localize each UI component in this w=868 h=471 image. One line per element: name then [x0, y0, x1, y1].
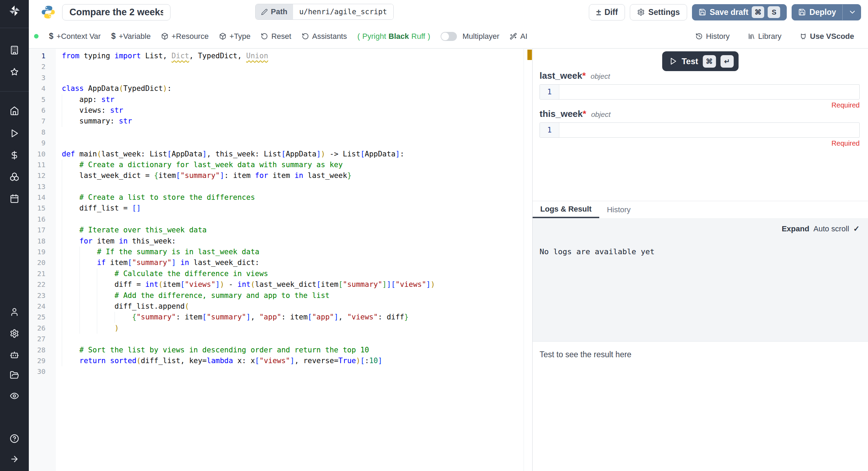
- deploy-button[interactable]: Deploy: [792, 4, 861, 20]
- line-number[interactable]: 30: [29, 366, 56, 377]
- schedules-calendar-icon[interactable]: [0, 194, 29, 203]
- path-value[interactable]: u/henri/agile_script: [293, 4, 393, 19]
- multiplayer-toggle[interactable]: [441, 32, 457, 41]
- line-number[interactable]: 22: [29, 279, 56, 290]
- expand-sidebar-arrow-icon[interactable]: [0, 454, 29, 464]
- line-number[interactable]: 10: [29, 149, 56, 160]
- line-number[interactable]: 1: [29, 51, 56, 61]
- code-line[interactable]: [62, 127, 524, 138]
- code-line[interactable]: summary: str: [62, 116, 524, 127]
- code-line[interactable]: [62, 214, 524, 225]
- line-number[interactable]: 19: [29, 247, 56, 257]
- line-number[interactable]: 26: [29, 323, 56, 334]
- line-number[interactable]: 21: [29, 268, 56, 279]
- settings-button[interactable]: Settings: [630, 4, 687, 20]
- add-type-button[interactable]: +Type: [219, 32, 251, 41]
- code-line[interactable]: diff_list = []: [62, 203, 524, 214]
- code-pane[interactable]: from typing import List, Dict, TypedDict…: [56, 49, 524, 471]
- code-line[interactable]: last_week_dict = {item["summary"]: item …: [62, 170, 524, 181]
- home-icon[interactable]: [0, 106, 29, 115]
- folders-icon[interactable]: [0, 370, 29, 380]
- line-number[interactable]: 24: [29, 301, 56, 312]
- use-vscode-button[interactable]: Use VScode: [800, 32, 854, 41]
- line-number[interactable]: 2: [29, 61, 56, 72]
- path-field[interactable]: Path u/henri/agile_script: [255, 4, 394, 20]
- code-line[interactable]: [62, 366, 524, 377]
- code-line[interactable]: diff_list.append(: [62, 301, 524, 312]
- code-line[interactable]: return sorted(diff_list, key=lambda x: x…: [62, 356, 524, 366]
- tab-history[interactable]: History: [599, 201, 638, 218]
- line-number[interactable]: 20: [29, 257, 56, 268]
- code-line[interactable]: {"summary": item["summary"], "app": item…: [62, 312, 524, 323]
- variables-dollar-icon[interactable]: [0, 151, 29, 160]
- users-person-icon[interactable]: [0, 307, 29, 317]
- arg-input-this-week[interactable]: 1: [540, 122, 860, 138]
- code-line[interactable]: # If the summary is in last_week data: [62, 247, 524, 257]
- line-number[interactable]: 6: [29, 105, 56, 116]
- overview-ruler[interactable]: [524, 49, 532, 471]
- add-context-var-button[interactable]: $ +Context Var: [49, 32, 101, 41]
- code-line[interactable]: from typing import List, Dict, TypedDict…: [62, 51, 524, 61]
- audit-eye-icon[interactable]: [0, 391, 29, 401]
- code-line[interactable]: ): [62, 323, 524, 334]
- tab-logs-result[interactable]: Logs & Result: [533, 201, 599, 218]
- line-number[interactable]: 12: [29, 170, 56, 181]
- code-editor[interactable]: 1234567891011121314151617181920212223242…: [29, 49, 524, 471]
- line-number[interactable]: 23: [29, 290, 56, 301]
- line-number[interactable]: 9: [29, 138, 56, 148]
- help-icon[interactable]: [0, 434, 29, 443]
- linter-black[interactable]: Black: [389, 32, 409, 41]
- linter-ruff[interactable]: Ruff: [411, 32, 425, 41]
- code-line[interactable]: [62, 138, 524, 148]
- library-button[interactable]: Library: [748, 32, 782, 41]
- code-line[interactable]: app: str: [62, 94, 524, 105]
- code-line[interactable]: # Create a dictionary for last_week data…: [62, 160, 524, 170]
- assistants-button[interactable]: Assistants: [302, 32, 347, 41]
- line-number[interactable]: 15: [29, 203, 56, 214]
- code-line[interactable]: # Create a list to store the differences: [62, 192, 524, 203]
- line-number[interactable]: 14: [29, 192, 56, 203]
- code-line[interactable]: # Calculate the difference in views: [62, 268, 524, 279]
- code-line[interactable]: views: str: [62, 105, 524, 116]
- save-draft-button[interactable]: Save draft ⌘ S: [692, 4, 787, 20]
- check-icon[interactable]: ✓: [853, 224, 860, 233]
- expand-button[interactable]: Expand: [782, 224, 809, 233]
- line-number[interactable]: 27: [29, 334, 56, 344]
- arg-input-content[interactable]: [559, 85, 859, 99]
- script-title-input[interactable]: [62, 4, 170, 20]
- line-number[interactable]: 25: [29, 312, 56, 323]
- workers-robot-icon[interactable]: [0, 350, 29, 359]
- code-line[interactable]: for item in this_week:: [62, 236, 524, 247]
- code-line[interactable]: if item["summary"] in last_week_dict:: [62, 257, 524, 268]
- line-number[interactable]: 8: [29, 127, 56, 138]
- line-number[interactable]: 5: [29, 94, 56, 105]
- diff-button[interactable]: ± Diff: [589, 4, 625, 20]
- runs-play-icon[interactable]: [0, 129, 29, 138]
- linter-pyright[interactable]: Pyright: [362, 32, 386, 41]
- settings-gear-icon[interactable]: [0, 329, 29, 338]
- arg-input-content[interactable]: [559, 123, 859, 137]
- reset-button[interactable]: Reset: [261, 32, 291, 41]
- code-line[interactable]: [62, 334, 524, 344]
- line-number[interactable]: 4: [29, 83, 56, 94]
- line-number[interactable]: 29: [29, 356, 56, 366]
- ai-button[interactable]: AI: [510, 32, 527, 41]
- favorites-star-icon[interactable]: [0, 67, 29, 77]
- line-number[interactable]: 18: [29, 236, 56, 247]
- line-number[interactable]: 7: [29, 116, 56, 127]
- line-number[interactable]: 13: [29, 181, 56, 192]
- code-line[interactable]: [62, 61, 524, 72]
- code-line[interactable]: class AppData(TypedDict):: [62, 83, 524, 94]
- code-line[interactable]: def main(last_week: List[AppData], this_…: [62, 149, 524, 160]
- add-resource-button[interactable]: +Resource: [161, 32, 209, 41]
- line-number[interactable]: 16: [29, 214, 56, 225]
- resources-boxes-icon[interactable]: [0, 172, 29, 181]
- code-line[interactable]: diff = int(item["views"]) - int(last_wee…: [62, 279, 524, 290]
- auto-scroll-label[interactable]: Auto scroll: [813, 224, 849, 233]
- code-line[interactable]: [62, 72, 524, 83]
- test-button[interactable]: Test ⌘ ↵: [662, 51, 738, 71]
- add-variable-button[interactable]: $ +Variable: [111, 32, 151, 41]
- workspace-building-icon[interactable]: [0, 45, 29, 55]
- line-number[interactable]: 3: [29, 72, 56, 83]
- line-number[interactable]: 11: [29, 160, 56, 170]
